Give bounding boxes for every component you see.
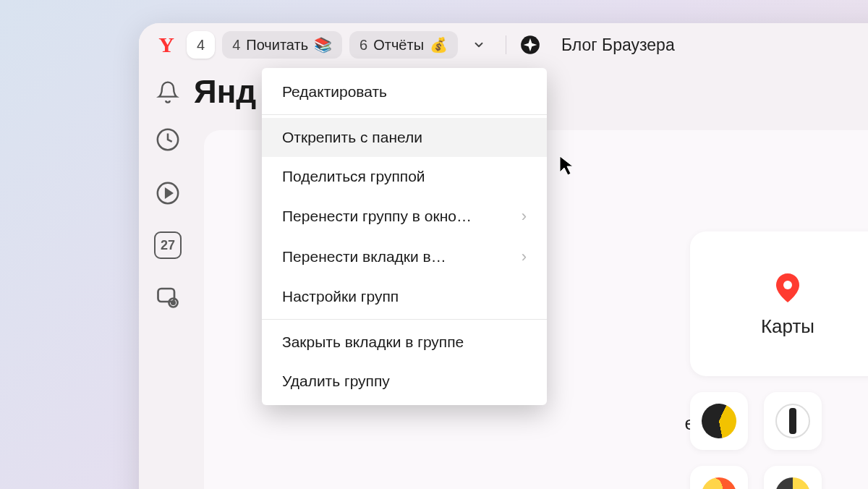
service-icon bbox=[702, 477, 736, 489]
service-icon bbox=[696, 398, 742, 444]
bell-icon bbox=[156, 80, 179, 103]
menu-item-edit[interactable]: Редактировать bbox=[262, 72, 547, 111]
svg-rect-4 bbox=[158, 289, 175, 302]
moneybag-icon: 💰 bbox=[430, 36, 448, 54]
svg-point-7 bbox=[783, 281, 792, 289]
tile-label: Карты bbox=[761, 315, 814, 338]
sidebar-play-button[interactable] bbox=[153, 178, 183, 208]
assistant-icon[interactable] bbox=[519, 34, 541, 56]
menu-item-label: Редактировать bbox=[282, 83, 387, 101]
maps-tile[interactable]: Карты bbox=[690, 231, 868, 376]
mini-tile-1[interactable] bbox=[690, 392, 748, 450]
tab-group-count: 4 bbox=[232, 37, 240, 54]
svg-marker-3 bbox=[166, 189, 172, 197]
chevron-right-icon: › bbox=[522, 247, 527, 266]
service-icon bbox=[775, 477, 810, 489]
sidebar-screenshot-button[interactable] bbox=[153, 282, 183, 312]
map-pin-icon bbox=[770, 271, 805, 305]
menu-separator bbox=[262, 114, 547, 115]
menu-item-delete-group[interactable]: Удалить группу bbox=[262, 362, 547, 401]
menu-item-share-group[interactable]: Поделиться группой bbox=[262, 157, 547, 196]
screenshot-icon bbox=[155, 284, 181, 310]
books-icon: 📚 bbox=[314, 36, 332, 54]
sparkle-icon bbox=[520, 35, 540, 55]
calendar-day-number: 27 bbox=[161, 238, 175, 253]
tab-group-count: 6 bbox=[359, 37, 367, 54]
mini-tiles-row-1 bbox=[690, 392, 868, 450]
menu-separator bbox=[262, 319, 547, 320]
menu-item-label: Перенести вкладки в… bbox=[282, 248, 446, 265]
tab-group-read[interactable]: 4 Почитать 📚 bbox=[222, 31, 342, 59]
menu-item-move-tabs-to[interactable]: Перенести вкладки в… › bbox=[262, 237, 547, 277]
menu-item-close-tabs-in-group[interactable]: Закрыть вкладки в группе bbox=[262, 323, 547, 362]
play-icon bbox=[156, 181, 180, 205]
tab-group-count: 4 bbox=[197, 37, 205, 54]
menu-item-label: Открепить с панели bbox=[282, 129, 422, 146]
clock-icon bbox=[156, 127, 180, 152]
tab-groups-overflow-button[interactable] bbox=[465, 31, 493, 59]
tab-group-label: Почитать bbox=[246, 37, 308, 54]
mini-tile-2[interactable] bbox=[764, 392, 822, 450]
tiles-column: Карты bbox=[690, 231, 868, 489]
sidebar: 27 bbox=[139, 117, 197, 312]
service-icon bbox=[775, 404, 810, 438]
menu-item-label: Поделиться группой bbox=[282, 168, 425, 185]
chevron-down-icon bbox=[472, 38, 485, 51]
menu-item-label: Перенести группу в окно… bbox=[282, 208, 472, 225]
chevron-right-icon: › bbox=[522, 207, 527, 226]
menu-item-label: Удалить группу bbox=[282, 373, 390, 390]
notifications-button[interactable] bbox=[156, 80, 179, 103]
tab-group-active[interactable]: 4 bbox=[187, 31, 215, 59]
sidebar-history-button[interactable] bbox=[153, 124, 183, 155]
menu-item-group-settings[interactable]: Настройки групп bbox=[262, 277, 547, 316]
current-tab-title: Блог Браузера bbox=[561, 35, 675, 55]
svg-point-6 bbox=[171, 301, 175, 305]
tab-group-label: Отчёты bbox=[373, 37, 424, 54]
sidebar-calendar-button[interactable]: 27 bbox=[154, 231, 182, 259]
mini-tile-3[interactable] bbox=[690, 466, 748, 489]
mini-tile-4[interactable] bbox=[764, 466, 822, 489]
menu-item-label: Настройки групп bbox=[282, 288, 399, 305]
tab-group-reports[interactable]: 6 Отчёты 💰 bbox=[349, 31, 458, 59]
menu-item-unpin[interactable]: Открепить с панели bbox=[262, 118, 547, 157]
tab-group-context-menu: Редактировать Открепить с панели Поделит… bbox=[262, 68, 547, 405]
mini-tiles-row-2 bbox=[690, 466, 868, 489]
menu-item-move-group-to-window[interactable]: Перенести группу в окно… › bbox=[262, 196, 547, 237]
tabstrip: Y 4 4 Почитать 📚 6 Отчёты 💰 Блог Браузер… bbox=[139, 23, 868, 67]
page-title: Янд bbox=[194, 74, 256, 110]
mouse-cursor-icon bbox=[558, 155, 576, 179]
tabstrip-separator bbox=[506, 35, 506, 54]
menu-item-label: Закрыть вкладки в группе bbox=[282, 333, 464, 351]
yandex-logo-icon[interactable]: Y bbox=[153, 32, 179, 58]
yandex-y-glyph: Y bbox=[158, 33, 174, 57]
